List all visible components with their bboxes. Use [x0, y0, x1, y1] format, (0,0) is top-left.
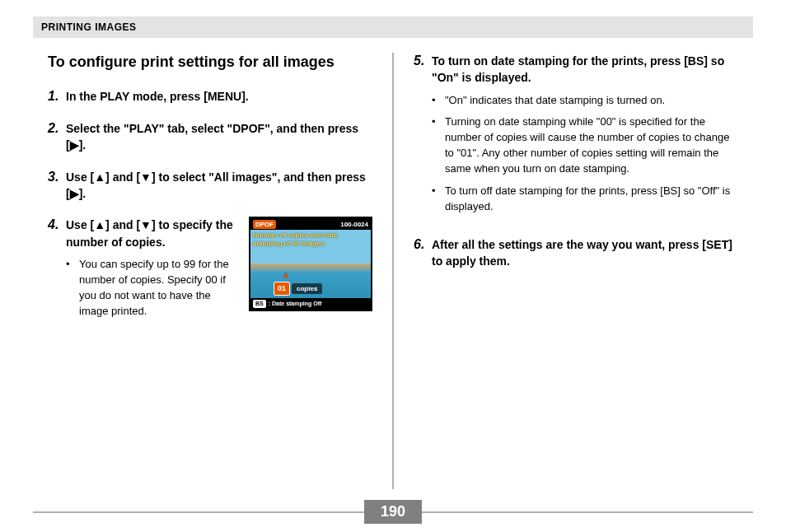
bullet-item: Turning on date stamping while "00" is s… [432, 114, 738, 176]
date-stamp-status: : Date stamping Off [269, 300, 322, 308]
step-number: 5. [414, 53, 432, 222]
step-text: Use [▲] and [▼] to select "All images", … [66, 169, 372, 203]
step-text: In the PLAY mode, press [MENU]. [66, 88, 372, 105]
step-4: 4. Use [▲] and [▼] to specify the number… [48, 217, 372, 325]
step-number: 2. [48, 120, 66, 154]
copies-label: copies [292, 283, 322, 295]
column-divider [392, 53, 394, 489]
step-text: After all the settings are the way you w… [432, 236, 738, 270]
footer-rule [33, 511, 364, 513]
step-text: Select the "PLAY" tab, select "DPOF", an… [66, 120, 372, 154]
bullet-item: You can specify up to 99 for the number … [66, 257, 239, 319]
dpof-badge: DPOF [253, 220, 276, 230]
step-number: 6. [414, 236, 432, 270]
bs-badge: BS [253, 300, 266, 308]
image-id: 100-0024 [340, 220, 368, 230]
footer-rule [422, 511, 753, 513]
section-header: PRINTING IMAGES [33, 16, 753, 38]
right-column: 5. To turn on date stamping for the prin… [399, 53, 753, 489]
step-text: To turn on date stamping for the prints,… [432, 54, 724, 84]
page-number: 190 [364, 500, 422, 524]
step-5: 5. To turn on date stamping for the prin… [414, 53, 738, 222]
content-columns: To configure print settings for all imag… [33, 53, 753, 489]
screen-message: Number of copies and date stamping of al… [253, 231, 368, 247]
page-footer: 190 [33, 500, 753, 524]
lcd-screenshot: DPOF 100-0024 Number of copies and date … [249, 217, 372, 311]
step-6: 6. After all the settings are the way yo… [414, 236, 738, 270]
step-number: 3. [48, 169, 66, 203]
step-text: Use [▲] and [▼] to specify the number of… [66, 218, 233, 248]
page-title: To configure print settings for all imag… [48, 53, 372, 72]
step-3: 3. Use [▲] and [▼] to select "All images… [48, 169, 372, 203]
bullet-item: "On" indicates that date stamping is tur… [432, 93, 738, 109]
left-column: To configure print settings for all imag… [33, 53, 387, 489]
up-arrow-icon: ▲ [274, 269, 298, 282]
bullet-item: To turn off date stamping for the prints… [432, 184, 738, 215]
step-2: 2. Select the "PLAY" tab, select "DPOF",… [48, 120, 372, 154]
step-1: 1. In the PLAY mode, press [MENU]. [48, 88, 372, 105]
step-number: 1. [48, 88, 66, 105]
copies-count: 01 [274, 282, 290, 296]
step-number: 4. [48, 217, 66, 325]
